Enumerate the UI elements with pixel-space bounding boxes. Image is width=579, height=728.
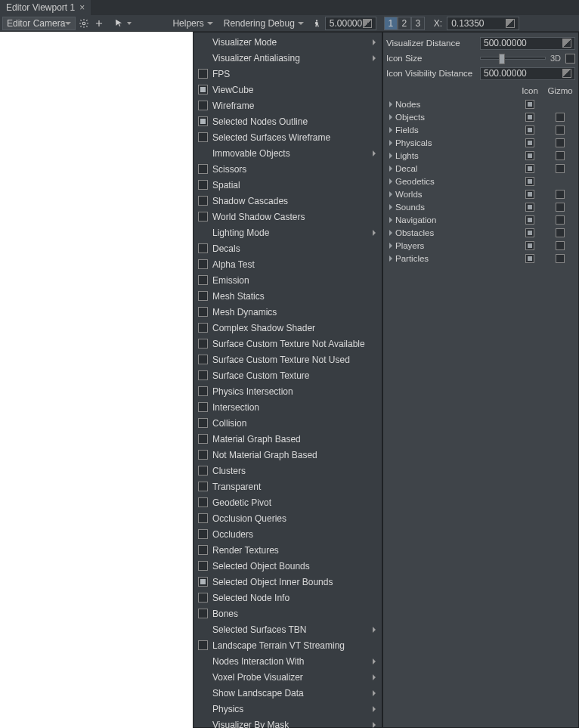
menu-item[interactable]: Surface Custom Texture Not Used [194, 352, 382, 367]
icon-toggle[interactable] [525, 228, 534, 237]
viewport-page-button[interactable]: 1 [384, 17, 398, 30]
menu-item[interactable]: Selected Surfaces TBN [194, 621, 382, 637]
expand-triangle-icon[interactable] [389, 101, 392, 107]
menu-item[interactable]: Landscape Terrain VT Streaming [194, 637, 382, 653]
speed-field[interactable]: 5.00000 [325, 17, 376, 30]
icon-3d-checkbox[interactable] [565, 54, 575, 64]
menu-item[interactable]: Surface Custom Texture [194, 367, 382, 383]
menu-item[interactable]: Selected Nodes Outline [194, 113, 382, 129]
menu-item[interactable]: Collision [194, 415, 382, 431]
menu-item[interactable]: Clusters [194, 463, 382, 479]
menu-item[interactable]: Geodetic Pivot [194, 494, 382, 510]
gizmo-toggle[interactable] [556, 254, 565, 263]
tree-row[interactable]: Players [386, 239, 575, 252]
menu-item[interactable]: Wireframe [194, 98, 382, 113]
tree-row[interactable]: Worlds [386, 187, 575, 200]
menu-item[interactable]: Scissors [194, 161, 382, 177]
icon-toggle[interactable] [525, 151, 534, 160]
gizmo-toggle[interactable] [556, 151, 565, 160]
tree-row[interactable]: Physicals [386, 136, 575, 149]
menu-item[interactable]: Material Graph Based [194, 431, 382, 447]
expand-triangle-icon[interactable] [389, 178, 392, 184]
menu-item[interactable]: Visualizer Mode [194, 34, 382, 50]
gizmo-toggle[interactable] [556, 113, 565, 122]
menu-item[interactable]: Selected Object Inner Bounds [194, 574, 382, 590]
slider-thumb[interactable] [499, 54, 505, 64]
menu-item[interactable]: Shadow Cascades [194, 193, 382, 209]
tree-row[interactable]: Objects [386, 110, 575, 123]
viewport-tab[interactable]: Editor Viewport 1 × [0, 0, 91, 15]
menu-item[interactable]: Render Textures [194, 542, 382, 558]
menu-item[interactable]: World Shadow Casters [194, 209, 382, 225]
gizmo-toggle[interactable] [556, 190, 565, 199]
expand-triangle-icon[interactable] [389, 204, 392, 210]
drag-handle-icon[interactable] [562, 69, 571, 78]
menu-item[interactable]: Visualizer By Mask [194, 717, 382, 728]
menu-item[interactable]: Visualizer Antialiasing [194, 50, 382, 66]
tree-row[interactable]: Lights [386, 149, 575, 162]
menu-item[interactable]: Immovable Objects [194, 145, 382, 161]
menu-item[interactable]: Physics [194, 701, 382, 717]
icon-toggle[interactable] [525, 190, 534, 199]
icon-toggle[interactable] [525, 100, 534, 109]
tree-row[interactable]: Sounds [386, 200, 575, 213]
expand-triangle-icon[interactable] [389, 114, 392, 120]
tree-row[interactable]: Nodes [386, 98, 575, 110]
gizmo-toggle[interactable] [556, 241, 565, 250]
menu-item[interactable]: Occlusion Queries [194, 510, 382, 526]
expand-triangle-icon[interactable] [389, 243, 392, 249]
expand-triangle-icon[interactable] [389, 140, 392, 146]
menu-item[interactable]: Selected Node Info [194, 590, 382, 606]
vis-dist-field[interactable]: 500.00000 [480, 37, 575, 50]
menu-item[interactable]: Not Material Graph Based [194, 447, 382, 463]
menu-item[interactable]: Mesh Statics [194, 288, 382, 304]
gizmo-toggle[interactable] [556, 203, 565, 212]
expand-triangle-icon[interactable] [389, 230, 392, 236]
coord-field[interactable]: 0.13350 [447, 17, 519, 30]
icon-toggle[interactable] [525, 125, 534, 135]
menu-item[interactable]: Voxel Probe Visualizer [194, 669, 382, 685]
expand-triangle-icon[interactable] [389, 217, 392, 223]
menu-item[interactable]: Lighting Mode [194, 225, 382, 240]
icon-toggle[interactable] [525, 203, 534, 212]
expand-triangle-icon[interactable] [389, 166, 392, 172]
icon-toggle[interactable] [525, 215, 534, 225]
menu-item[interactable]: Mesh Dynamics [194, 304, 382, 320]
menu-item[interactable]: Nodes Interaction With [194, 653, 382, 669]
icon-toggle[interactable] [525, 177, 534, 186]
gizmo-toggle[interactable] [556, 164, 565, 173]
menu-item[interactable]: Bones [194, 606, 382, 621]
menu-item[interactable]: FPS [194, 66, 382, 82]
icon-toggle[interactable] [525, 164, 534, 173]
cursor-tool-icon[interactable] [112, 17, 125, 30]
menu-item[interactable]: Selected Surfaces Wireframe [194, 129, 382, 145]
menu-item[interactable]: Transparent [194, 479, 382, 494]
icon-toggle[interactable] [525, 113, 534, 122]
camera-combo[interactable]: Editor Camera [2, 17, 76, 30]
expand-triangle-icon[interactable] [389, 153, 392, 159]
viewport-page-button[interactable]: 3 [411, 17, 425, 30]
tab-close-icon[interactable]: × [79, 2, 85, 13]
menu-item[interactable]: Spatial [194, 177, 382, 193]
menu-item[interactable]: Alpha Test [194, 256, 382, 272]
expand-triangle-icon[interactable] [389, 191, 392, 197]
tree-row[interactable]: Navigation [386, 213, 575, 226]
menu-item[interactable]: Show Landscape Data [194, 685, 382, 701]
menu-item[interactable]: Intersection [194, 399, 382, 415]
viewport-canvas[interactable] [0, 32, 193, 728]
menu-item[interactable]: Physics Intersection [194, 383, 382, 399]
menu-item[interactable]: Emission [194, 272, 382, 288]
drag-handle-icon[interactable] [562, 39, 571, 48]
icon-size-slider[interactable] [480, 57, 546, 60]
icon-toggle[interactable] [525, 138, 534, 147]
plus-icon[interactable] [92, 17, 106, 30]
gizmo-toggle[interactable] [556, 125, 565, 135]
icon-vis-field[interactable]: 500.00000 [480, 67, 575, 80]
viewport-page-button[interactable]: 2 [398, 17, 411, 30]
tree-row[interactable]: Geodetics [386, 175, 575, 187]
menu-item[interactable]: Complex Shadow Shader [194, 320, 382, 336]
player-speed-icon[interactable] [310, 17, 324, 30]
menu-item[interactable]: Decals [194, 240, 382, 256]
tree-row[interactable]: Fields [386, 123, 575, 136]
rendering-debug-dropdown[interactable]: Rendering Debug [219, 17, 308, 30]
